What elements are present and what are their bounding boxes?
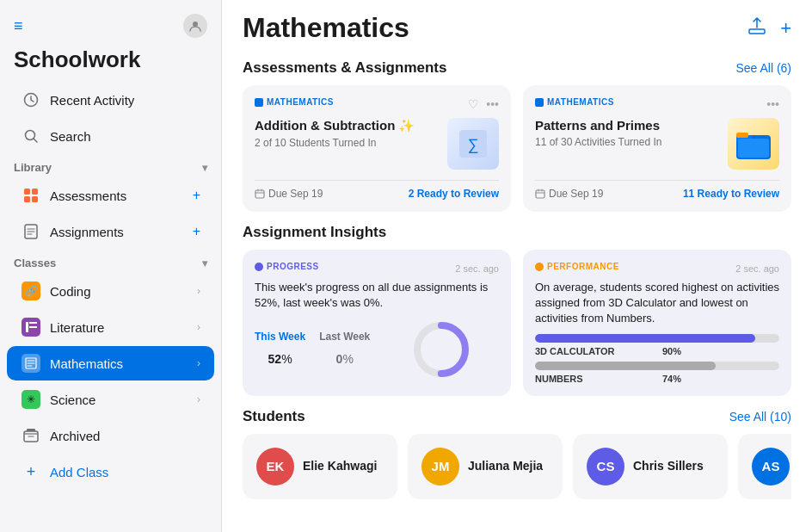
svg-rect-4 (32, 189, 38, 195)
students-section-header: Students See All (10) (243, 408, 791, 425)
svg-rect-10 (29, 326, 37, 328)
assignments-see-all[interactable]: See All (6) (735, 61, 791, 75)
app-title: Schoolwork (0, 46, 221, 82)
add-assessment-button[interactable]: + (193, 188, 200, 203)
main-content: Mathematics + Assessments & Assignments … (222, 0, 812, 532)
assignment-card-patterns[interactable]: MATHEMATICS ••• Patterns and Primes 11 o… (523, 85, 791, 212)
card-title-1: Addition & Subtraction ✨ (255, 118, 447, 133)
svg-rect-22 (536, 190, 544, 198)
progress-donut (384, 319, 499, 380)
clock-icon (21, 90, 41, 110)
assessments-label: Assessments (50, 189, 193, 203)
sidebar-item-science[interactable]: ✳ Science › (7, 382, 214, 417)
library-section-header: Library ▾ (0, 154, 221, 177)
card-thumbnail-2 (728, 118, 779, 170)
this-week-label: This Week (255, 331, 305, 343)
card-review-1[interactable]: 2 Ready to Review (409, 188, 499, 200)
last-week-stat: Last Week 0% (319, 331, 370, 368)
performance-text: On average, students scored highest on a… (535, 280, 779, 327)
progress-dot (255, 263, 263, 271)
sidebar-item-search[interactable]: Search (7, 119, 214, 153)
sidebar-toggle-icon[interactable]: ≡ (14, 17, 23, 35)
performance-time: 2 sec. ago (735, 263, 779, 274)
mathematics-chevron-icon: › (197, 357, 200, 369)
sidebar-item-coding[interactable]: 🔗 Coding › (7, 274, 214, 308)
card-title-2: Patterns and Primes (535, 118, 728, 133)
last-week-label: Last Week (319, 331, 370, 343)
sidebar-item-assessments[interactable]: Assessments + (7, 178, 214, 213)
card-footer-2: Due Sep 19 11 Ready to Review (535, 180, 779, 200)
student-card-ek[interactable]: EK Elie Kahwagi (243, 434, 397, 499)
card-info-2: Patterns and Primes 11 of 30 Activities … (535, 118, 728, 148)
more-icon[interactable]: ••• (486, 97, 499, 111)
prog-bar-fill-2 (535, 362, 716, 370)
upload-button[interactable] (747, 16, 766, 40)
add-assignment-button[interactable]: + (193, 224, 200, 239)
classes-chevron-icon[interactable]: ▾ (202, 257, 207, 269)
assignments-label: Assignments (50, 225, 193, 239)
search-label: Search (50, 129, 200, 144)
assignments-icon (21, 221, 41, 242)
svg-rect-21 (738, 139, 769, 158)
literature-icon (21, 317, 41, 337)
students-row: EK Elie Kahwagi JM Juliana Mejia CS Chri… (243, 434, 791, 499)
prog-row-2 (535, 362, 779, 370)
sidebar-item-recent-activity[interactable]: Recent Activity (7, 83, 214, 117)
subject-icon-1 (255, 98, 263, 107)
coding-chevron-icon: › (197, 285, 200, 297)
search-icon (21, 126, 41, 146)
student-avatar-as: AS (752, 448, 790, 486)
library-chevron-icon[interactable]: ▾ (202, 162, 207, 174)
archived-icon (21, 425, 41, 446)
card-body-2: Patterns and Primes 11 of 30 Activities … (535, 118, 779, 170)
student-card-cs[interactable]: CS Chris Sillers (573, 434, 728, 499)
sidebar-item-archived[interactable]: Archived (7, 418, 214, 453)
assignments-section-header: Assessments & Assignments See All (6) (243, 59, 791, 77)
card-footer-1: Due Sep 19 2 Ready to Review (255, 180, 499, 200)
card-subject-1: MATHEMATICS (255, 97, 334, 107)
progress-body: This Week 52% Last Week 0% (255, 319, 499, 380)
prog-bar-fill-1 (535, 334, 755, 343)
classes-section-header: Classes ▾ (0, 250, 221, 273)
mathematics-icon (21, 353, 41, 374)
performance-type-label: PERFORMANCE (535, 262, 619, 271)
sidebar-top: ≡ (0, 10, 221, 46)
progress-text: This week's progress on all due assignme… (255, 280, 499, 311)
progress-time: 2 sec. ago (455, 263, 499, 274)
user-avatar-button[interactable] (183, 14, 207, 38)
assessments-icon (21, 185, 41, 206)
card-review-2[interactable]: 11 Ready to Review (683, 188, 779, 200)
svg-rect-8 (26, 322, 28, 332)
sidebar-item-assignments[interactable]: Assignments + (7, 214, 214, 249)
heart-icon[interactable]: ♡ (468, 97, 479, 111)
card-subtitle-2: 11 of 30 Activities Turned In (535, 136, 728, 148)
sidebar-item-literature[interactable]: Literature › (7, 310, 214, 344)
coding-icon: 🔗 (21, 281, 41, 301)
student-card-as[interactable]: AS Abbi Stein (738, 434, 791, 499)
subject-icon-2 (535, 98, 544, 107)
last-week-value: 0% (319, 344, 370, 368)
svg-rect-20 (736, 133, 748, 138)
assignment-card-addition[interactable]: MATHEMATICS ♡ ••• Addition & Subtraction… (243, 85, 511, 212)
assignment-cards-row: MATHEMATICS ♡ ••• Addition & Subtraction… (243, 85, 791, 212)
card-thumbnail-1: ∑ (447, 118, 499, 170)
sidebar-item-mathematics[interactable]: Mathematics › (7, 346, 214, 380)
archived-label: Archived (50, 429, 200, 443)
card-actions-1: ♡ ••• (468, 97, 499, 111)
prog-bar-bg-2 (535, 362, 779, 370)
add-button[interactable]: + (780, 17, 791, 40)
card-top-1: MATHEMATICS ♡ ••• (255, 97, 499, 111)
student-card-jm[interactable]: JM Juliana Mejia (408, 434, 563, 499)
more-icon-2[interactable]: ••• (766, 97, 779, 111)
svg-rect-9 (29, 322, 37, 324)
this-week-value: 52% (255, 344, 305, 368)
literature-label: Literature (50, 320, 197, 335)
this-week-stat: This Week 52% (255, 331, 305, 368)
students-see-all[interactable]: See All (10) (729, 410, 791, 424)
card-info-1: Addition & Subtraction ✨ 2 of 10 Student… (255, 118, 447, 149)
add-class-label: Add Class (50, 465, 200, 479)
sidebar-item-add-class[interactable]: + Add Class (7, 455, 214, 489)
student-avatar-ek: EK (256, 448, 294, 486)
progress-header: PROGRESS 2 sec. ago (255, 262, 499, 275)
performance-insight-card: PERFORMANCE 2 sec. ago On average, stude… (523, 250, 791, 396)
